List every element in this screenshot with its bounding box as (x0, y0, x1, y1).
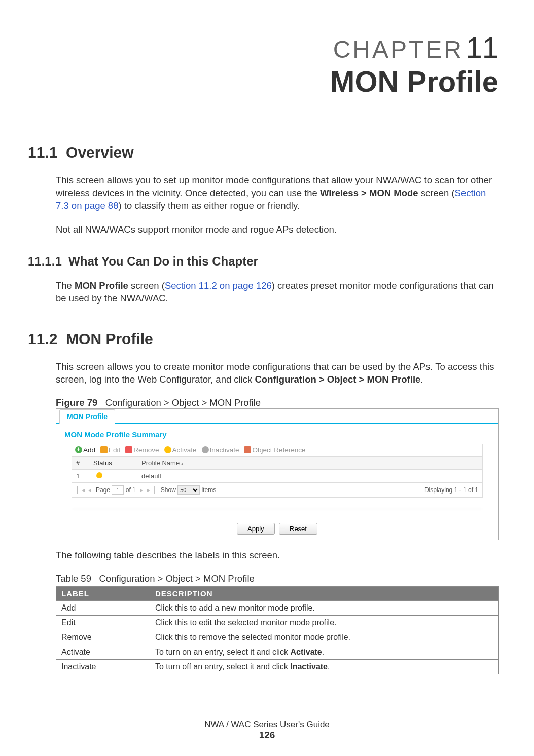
chapter-title: MON Profile (28, 64, 499, 98)
reset-button[interactable]: Reset (279, 523, 317, 535)
xref-link[interactable]: Section 11.2 on page 126 (165, 280, 272, 291)
activate-button[interactable]: Activate (164, 446, 197, 454)
chapter-number: 11 (466, 31, 499, 64)
pager-show-select[interactable]: 50 (177, 485, 200, 495)
figure-caption: Figure 79 Configuration > Object > MON P… (56, 397, 499, 408)
reference-icon (244, 446, 251, 453)
remove-button[interactable]: Remove (125, 446, 159, 454)
footer-guide-title: NWA / WAC Series User's Guide (0, 720, 534, 730)
inactivate-button[interactable]: Inactivate (202, 446, 239, 454)
screen-name: MON Profile (75, 280, 128, 291)
chapter-label: CHAPTER (333, 36, 464, 63)
column-status[interactable]: Status (89, 457, 137, 469)
nav-path: Wireless > MON Mode (320, 187, 418, 198)
cell-desc: To turn off an entry, select it and clic… (150, 659, 499, 674)
table-row: Activate To turn on an entry, select it … (56, 645, 499, 659)
toolbar: Add Edit Remove Activate Inactivate Obje… (72, 444, 483, 456)
th-description: DESCRIPTION (150, 586, 499, 600)
bulb-off-icon (202, 446, 209, 453)
table-row: Edit Click this to edit the selected mon… (56, 615, 499, 630)
section-11-1: 11.1 Overview (28, 144, 504, 161)
labels-table: LABEL DESCRIPTION Add Click this to add … (56, 586, 499, 674)
section-title: What You Can Do in this Chapter (68, 254, 258, 268)
cell-status (89, 470, 137, 482)
cell-desc: Click this to remove the selected monito… (150, 630, 499, 645)
cell-label: Remove (56, 630, 150, 645)
table-row[interactable]: 1 default (72, 470, 482, 482)
pager-first-prev[interactable]: ▏◂ ◂ (76, 486, 92, 494)
cell-desc: To turn on an entry, select it and click… (150, 645, 499, 659)
page-footer: NWA / WAC Series User's Guide 126 (0, 716, 534, 741)
paragraph: The MON Profile screen (Section 11.2 on … (56, 280, 499, 305)
pager-display-text: Displaying 1 - 1 of 1 (424, 486, 478, 494)
section-number: 11.1.1 (28, 254, 62, 268)
paragraph: Not all NWA/WACs support monitor mode an… (56, 223, 499, 236)
paragraph: This screen allows you to set up monitor… (56, 174, 499, 212)
profile-grid: # Status Profile Name 1 default (72, 456, 483, 483)
table-row: Add Click this to add a new monitor mode… (56, 600, 499, 615)
trash-icon (125, 446, 132, 453)
section-number: 11.2 (28, 330, 57, 347)
object-reference-button[interactable]: Object Reference (244, 446, 305, 454)
cell-label: Edit (56, 615, 150, 630)
pager-page-input[interactable] (112, 485, 124, 495)
edit-icon (100, 446, 108, 453)
section-11-2: 11.2 MON Profile (28, 330, 504, 348)
grid-header: # Status Profile Name (72, 457, 482, 470)
cell-profile-name: default (137, 470, 482, 482)
pager: ▏◂ ◂ Page of 1 ▸ ▸▕ Show 50 items Displa… (72, 483, 483, 498)
pager-next-last[interactable]: ▸ ▸▕ (139, 486, 155, 494)
bulb-on-icon (164, 446, 171, 453)
cell-desc: Click this to edit the selected monitor … (150, 615, 499, 630)
footer-page-number: 126 (0, 730, 534, 741)
section-number: 11.1 (28, 144, 57, 161)
section-title: Overview (66, 144, 133, 161)
tab-bar: MON Profile (56, 409, 498, 424)
separator (72, 510, 483, 510)
section-title: MON Profile (66, 330, 153, 347)
cell-desc: Click this to add a new monitor mode pro… (150, 600, 499, 615)
cell-label: Add (56, 600, 150, 615)
apply-button[interactable]: Apply (237, 523, 275, 535)
panel-title: MON Mode Profile Summary (56, 424, 498, 444)
paragraph: This screen allows you to create monitor… (56, 361, 499, 386)
pager-page-label: Page (96, 486, 110, 494)
add-icon (75, 446, 82, 453)
section-11-1-1: 11.1.1 What You Can Do in this Chapter (28, 254, 504, 269)
column-profile-name[interactable]: Profile Name (137, 457, 482, 469)
pager-of-label: of 1 (126, 486, 136, 494)
edit-button[interactable]: Edit (100, 446, 120, 454)
status-active-icon (96, 472, 102, 478)
cell-label: Inactivate (56, 659, 150, 674)
column-number[interactable]: # (72, 457, 89, 469)
cell-number: 1 (72, 470, 89, 482)
table-caption: Table 59 Configuration > Object > MON Pr… (56, 573, 499, 584)
cell-label: Activate (56, 645, 150, 659)
figure-screenshot: MON Profile MON Mode Profile Summary Add… (56, 408, 499, 540)
nav-path: Configuration > Object > MON Profile (255, 374, 420, 385)
table-row: Remove Click this to remove the selected… (56, 630, 499, 645)
paragraph: The following table describes the labels… (56, 549, 499, 562)
table-row: Inactivate To turn off an entry, select … (56, 659, 499, 674)
tab-mon-profile[interactable]: MON Profile (59, 409, 115, 424)
pager-items-label: items (202, 486, 217, 494)
add-button[interactable]: Add (75, 446, 95, 454)
chapter-heading: CHAPTER 11 MON Profile (28, 15, 504, 98)
th-label: LABEL (56, 586, 150, 600)
pager-show-label: Show (161, 486, 176, 494)
